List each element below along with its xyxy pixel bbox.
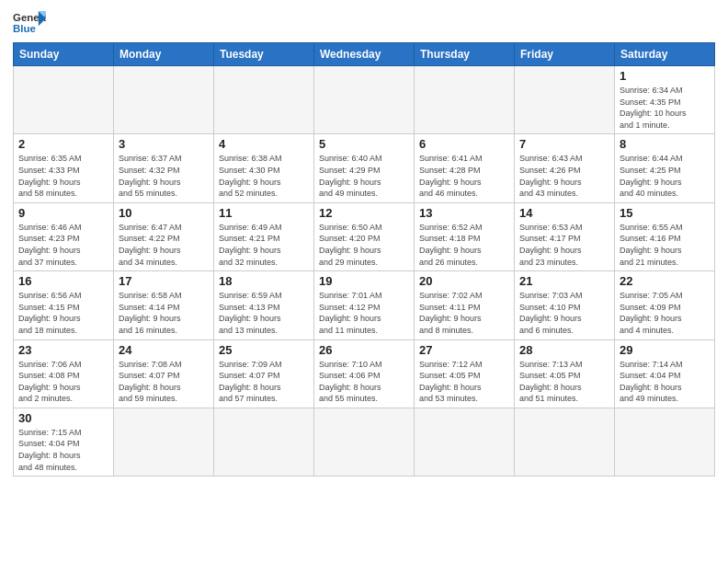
day-number: 10 bbox=[119, 206, 209, 220]
calendar-cell: 1Sunrise: 6:34 AM Sunset: 4:35 PM Daylig… bbox=[615, 66, 715, 134]
calendar-week-3: 9Sunrise: 6:46 AM Sunset: 4:23 PM Daylig… bbox=[14, 202, 715, 270]
day-number: 28 bbox=[519, 343, 609, 357]
calendar-cell: 25Sunrise: 7:09 AM Sunset: 4:07 PM Dayli… bbox=[214, 339, 314, 408]
weekday-header-monday: Monday bbox=[114, 43, 214, 66]
day-info: Sunrise: 6:58 AM Sunset: 4:14 PM Dayligh… bbox=[119, 290, 209, 336]
day-info: Sunrise: 6:40 AM Sunset: 4:29 PM Dayligh… bbox=[319, 153, 409, 199]
calendar-cell: 10Sunrise: 6:47 AM Sunset: 4:22 PM Dayli… bbox=[114, 202, 214, 270]
calendar-cell bbox=[214, 66, 314, 134]
day-number: 5 bbox=[319, 137, 409, 151]
day-info: Sunrise: 7:06 AM Sunset: 4:08 PM Dayligh… bbox=[18, 359, 108, 405]
day-info: Sunrise: 6:41 AM Sunset: 4:28 PM Dayligh… bbox=[419, 153, 509, 199]
calendar-cell: 12Sunrise: 6:50 AM Sunset: 4:20 PM Dayli… bbox=[314, 202, 415, 270]
day-number: 11 bbox=[219, 206, 309, 220]
calendar-cell: 15Sunrise: 6:55 AM Sunset: 4:16 PM Dayli… bbox=[615, 202, 715, 270]
calendar-table: SundayMondayTuesdayWednesdayThursdayFrid… bbox=[13, 42, 715, 477]
day-info: Sunrise: 6:35 AM Sunset: 4:33 PM Dayligh… bbox=[18, 153, 108, 199]
calendar-cell bbox=[314, 408, 415, 476]
calendar-week-5: 23Sunrise: 7:06 AM Sunset: 4:08 PM Dayli… bbox=[14, 339, 715, 408]
logo: General Blue bbox=[13, 9, 46, 37]
calendar-cell: 29Sunrise: 7:14 AM Sunset: 4:04 PM Dayli… bbox=[615, 339, 715, 408]
calendar-week-4: 16Sunrise: 6:56 AM Sunset: 4:15 PM Dayli… bbox=[14, 271, 715, 339]
day-number: 20 bbox=[419, 274, 509, 288]
day-info: Sunrise: 6:56 AM Sunset: 4:15 PM Dayligh… bbox=[18, 290, 108, 336]
weekday-header-saturday: Saturday bbox=[615, 43, 715, 66]
calendar-week-6: 30Sunrise: 7:15 AM Sunset: 4:04 PM Dayli… bbox=[14, 408, 715, 476]
calendar-cell: 14Sunrise: 6:53 AM Sunset: 4:17 PM Dayli… bbox=[515, 202, 615, 270]
day-info: Sunrise: 7:08 AM Sunset: 4:07 PM Dayligh… bbox=[119, 359, 209, 405]
day-number: 9 bbox=[18, 206, 108, 220]
calendar-cell bbox=[14, 66, 114, 134]
day-number: 30 bbox=[18, 411, 108, 425]
calendar-cell: 3Sunrise: 6:37 AM Sunset: 4:32 PM Daylig… bbox=[114, 134, 214, 202]
day-number: 18 bbox=[219, 274, 309, 288]
calendar-cell: 22Sunrise: 7:05 AM Sunset: 4:09 PM Dayli… bbox=[615, 271, 715, 339]
day-info: Sunrise: 6:46 AM Sunset: 4:23 PM Dayligh… bbox=[18, 222, 108, 268]
calendar-cell: 7Sunrise: 6:43 AM Sunset: 4:26 PM Daylig… bbox=[515, 134, 615, 202]
calendar-cell bbox=[114, 408, 214, 476]
page-header: General Blue bbox=[13, 9, 715, 37]
calendar-cell: 13Sunrise: 6:52 AM Sunset: 4:18 PM Dayli… bbox=[415, 202, 515, 270]
day-number: 23 bbox=[18, 343, 108, 357]
weekday-header-sunday: Sunday bbox=[14, 43, 114, 66]
day-number: 3 bbox=[119, 137, 209, 151]
weekday-header-wednesday: Wednesday bbox=[314, 43, 415, 66]
calendar-cell bbox=[314, 66, 415, 134]
day-info: Sunrise: 6:49 AM Sunset: 4:21 PM Dayligh… bbox=[219, 222, 309, 268]
day-info: Sunrise: 7:13 AM Sunset: 4:05 PM Dayligh… bbox=[519, 359, 609, 405]
day-info: Sunrise: 6:59 AM Sunset: 4:13 PM Dayligh… bbox=[219, 290, 309, 336]
calendar-cell: 6Sunrise: 6:41 AM Sunset: 4:28 PM Daylig… bbox=[415, 134, 515, 202]
calendar-cell: 30Sunrise: 7:15 AM Sunset: 4:04 PM Dayli… bbox=[14, 408, 114, 476]
day-info: Sunrise: 7:12 AM Sunset: 4:05 PM Dayligh… bbox=[419, 359, 509, 405]
weekday-header-friday: Friday bbox=[515, 43, 615, 66]
calendar-cell: 24Sunrise: 7:08 AM Sunset: 4:07 PM Dayli… bbox=[114, 339, 214, 408]
day-number: 19 bbox=[319, 274, 409, 288]
day-info: Sunrise: 6:47 AM Sunset: 4:22 PM Dayligh… bbox=[119, 222, 209, 268]
day-info: Sunrise: 6:44 AM Sunset: 4:25 PM Dayligh… bbox=[620, 153, 710, 199]
calendar-cell bbox=[415, 66, 515, 134]
day-number: 27 bbox=[419, 343, 509, 357]
day-info: Sunrise: 7:05 AM Sunset: 4:09 PM Dayligh… bbox=[620, 290, 710, 336]
calendar-cell bbox=[615, 408, 715, 476]
calendar-cell: 28Sunrise: 7:13 AM Sunset: 4:05 PM Dayli… bbox=[515, 339, 615, 408]
day-number: 2 bbox=[18, 137, 108, 151]
day-info: Sunrise: 7:01 AM Sunset: 4:12 PM Dayligh… bbox=[319, 290, 409, 336]
calendar-cell: 21Sunrise: 7:03 AM Sunset: 4:10 PM Dayli… bbox=[515, 271, 615, 339]
day-number: 15 bbox=[620, 206, 710, 220]
calendar-cell: 9Sunrise: 6:46 AM Sunset: 4:23 PM Daylig… bbox=[14, 202, 114, 270]
day-info: Sunrise: 7:10 AM Sunset: 4:06 PM Dayligh… bbox=[319, 359, 409, 405]
day-info: Sunrise: 7:03 AM Sunset: 4:10 PM Dayligh… bbox=[519, 290, 609, 336]
day-info: Sunrise: 6:52 AM Sunset: 4:18 PM Dayligh… bbox=[419, 222, 509, 268]
svg-text:Blue: Blue bbox=[13, 23, 36, 34]
calendar-cell: 18Sunrise: 6:59 AM Sunset: 4:13 PM Dayli… bbox=[214, 271, 314, 339]
day-number: 21 bbox=[519, 274, 609, 288]
calendar-cell: 2Sunrise: 6:35 AM Sunset: 4:33 PM Daylig… bbox=[14, 134, 114, 202]
day-number: 16 bbox=[18, 274, 108, 288]
calendar-header-row: SundayMondayTuesdayWednesdayThursdayFrid… bbox=[14, 43, 715, 66]
calendar-week-2: 2Sunrise: 6:35 AM Sunset: 4:33 PM Daylig… bbox=[14, 134, 715, 202]
calendar-cell: 19Sunrise: 7:01 AM Sunset: 4:12 PM Dayli… bbox=[314, 271, 415, 339]
day-number: 22 bbox=[620, 274, 710, 288]
calendar-cell: 27Sunrise: 7:12 AM Sunset: 4:05 PM Dayli… bbox=[415, 339, 515, 408]
calendar-cell: 16Sunrise: 6:56 AM Sunset: 4:15 PM Dayli… bbox=[14, 271, 114, 339]
weekday-header-tuesday: Tuesday bbox=[214, 43, 314, 66]
day-number: 17 bbox=[119, 274, 209, 288]
calendar-cell bbox=[515, 66, 615, 134]
day-info: Sunrise: 6:55 AM Sunset: 4:16 PM Dayligh… bbox=[620, 222, 710, 268]
calendar-cell: 5Sunrise: 6:40 AM Sunset: 4:29 PM Daylig… bbox=[314, 134, 415, 202]
calendar-cell: 26Sunrise: 7:10 AM Sunset: 4:06 PM Dayli… bbox=[314, 339, 415, 408]
day-info: Sunrise: 6:53 AM Sunset: 4:17 PM Dayligh… bbox=[519, 222, 609, 268]
weekday-header-thursday: Thursday bbox=[415, 43, 515, 66]
calendar-cell: 4Sunrise: 6:38 AM Sunset: 4:30 PM Daylig… bbox=[214, 134, 314, 202]
calendar-cell bbox=[515, 408, 615, 476]
day-info: Sunrise: 6:37 AM Sunset: 4:32 PM Dayligh… bbox=[119, 153, 209, 199]
day-number: 1 bbox=[620, 69, 710, 83]
day-number: 14 bbox=[519, 206, 609, 220]
day-info: Sunrise: 6:50 AM Sunset: 4:20 PM Dayligh… bbox=[319, 222, 409, 268]
calendar-cell: 20Sunrise: 7:02 AM Sunset: 4:11 PM Dayli… bbox=[415, 271, 515, 339]
day-number: 26 bbox=[319, 343, 409, 357]
calendar-cell: 8Sunrise: 6:44 AM Sunset: 4:25 PM Daylig… bbox=[615, 134, 715, 202]
day-number: 8 bbox=[620, 137, 710, 151]
calendar-cell: 17Sunrise: 6:58 AM Sunset: 4:14 PM Dayli… bbox=[114, 271, 214, 339]
calendar-cell bbox=[214, 408, 314, 476]
